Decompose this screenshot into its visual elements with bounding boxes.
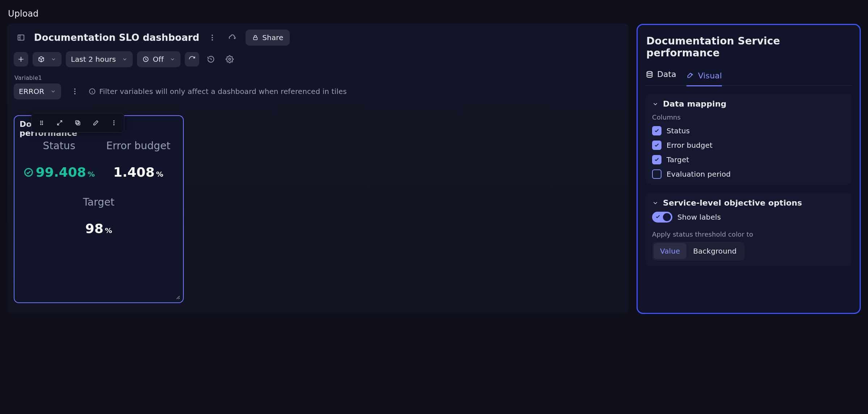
chevron-down-icon [170, 56, 175, 62]
chevron-down-icon [50, 89, 56, 94]
svg-point-7 [74, 89, 76, 90]
target-value: 98% [85, 221, 112, 236]
chevron-down-icon [652, 101, 659, 107]
history-icon[interactable] [204, 52, 218, 66]
svg-point-9 [74, 93, 76, 95]
refresh-clock-icon [142, 56, 149, 63]
columns-label: Columns [652, 113, 845, 121]
slo-options-toggle[interactable]: Service-level objective options [652, 198, 845, 207]
column-checkbox[interactable]: Evaluation period [652, 169, 845, 179]
svg-point-13 [40, 122, 41, 124]
target-label: Target [83, 196, 114, 208]
info-icon [89, 88, 96, 95]
tile-toolbar [31, 113, 124, 133]
database-icon [646, 70, 654, 78]
data-mapping-title: Data mapping [663, 99, 727, 108]
time-range-select[interactable]: Last 2 hours [66, 51, 133, 67]
error-budget-value: 1.408% [113, 165, 163, 180]
svg-point-1 [212, 35, 213, 36]
tile-more-icon[interactable] [107, 116, 121, 130]
column-label: Error budget [667, 141, 712, 150]
paint-icon [686, 72, 694, 80]
time-range-label: Last 2 hours [71, 55, 116, 64]
tab-visual[interactable]: Visual [686, 70, 722, 86]
status-ok-icon [24, 167, 34, 177]
status-label: Status [43, 140, 76, 152]
filter-note-text: Filter variables will only affect a dash… [99, 87, 347, 96]
auto-refresh-select[interactable]: Off [137, 51, 180, 67]
resize-handle-icon[interactable] [174, 293, 181, 300]
svg-point-11 [40, 121, 41, 122]
section-slo-options: Service-level objective options Show lab… [646, 193, 852, 266]
data-mapping-toggle[interactable]: Data mapping [652, 99, 845, 108]
svg-point-8 [74, 91, 76, 92]
checkbox-icon [652, 155, 661, 164]
column-checkbox[interactable]: Error budget [652, 141, 845, 150]
show-labels-label: Show labels [677, 213, 721, 221]
svg-point-19 [114, 120, 115, 121]
svg-point-14 [42, 122, 43, 124]
segment-select[interactable] [33, 52, 61, 66]
threshold-color-segmented: Value Background [652, 242, 745, 260]
svg-point-12 [42, 121, 43, 122]
share-button[interactable]: Share [246, 30, 290, 46]
segment-value[interactable]: Value [654, 243, 686, 259]
apply-threshold-label: Apply status threshold color to [652, 230, 845, 238]
dashboard-panel: Documentation SLO dashboard Share [7, 24, 629, 314]
status-value: 99.408% [24, 165, 95, 180]
column-label: Evaluation period [667, 170, 731, 178]
segment-background[interactable]: Background [686, 243, 743, 259]
error-budget-label: Error budget [106, 140, 171, 152]
tab-data-label: Data [657, 70, 676, 79]
svg-point-2 [212, 37, 213, 38]
checkbox-icon [652, 126, 661, 135]
tab-visual-label: Visual [698, 71, 722, 80]
section-data-mapping: Data mapping Columns StatusError budgetT… [646, 94, 852, 185]
dashboard-title[interactable]: Documentation SLO dashboard [34, 32, 199, 43]
share-label: Share [262, 33, 283, 42]
sidepanel-title: Documentation Service performance [646, 35, 851, 59]
variable-value: ERROR [19, 87, 44, 96]
column-label: Status [667, 126, 690, 135]
svg-point-20 [114, 122, 115, 124]
svg-point-15 [40, 124, 41, 125]
expand-icon[interactable] [52, 116, 67, 130]
more-vertical-icon[interactable] [205, 30, 220, 45]
tab-data[interactable]: Data [646, 70, 676, 82]
svg-rect-4 [254, 37, 258, 40]
chevron-down-icon [652, 200, 659, 206]
edit-pencil-icon[interactable] [89, 116, 103, 130]
column-checkbox[interactable]: Target [652, 155, 845, 164]
variable-more-icon[interactable] [68, 84, 82, 99]
variable-value-select[interactable]: ERROR [14, 83, 61, 99]
cloud-sync-icon[interactable] [225, 30, 240, 45]
filter-note: Filter variables will only affect a dash… [89, 87, 347, 96]
upload-label[interactable]: Upload [7, 7, 861, 24]
lock-icon [252, 34, 259, 41]
settings-icon[interactable] [222, 52, 237, 66]
collapse-sidebar-icon[interactable] [14, 30, 28, 45]
duplicate-icon[interactable] [71, 116, 85, 130]
variable-label: Variable1 [14, 74, 621, 81]
auto-refresh-label: Off [153, 55, 164, 64]
drag-handle-icon[interactable] [34, 116, 49, 130]
svg-point-6 [229, 58, 231, 60]
svg-point-23 [647, 71, 652, 73]
svg-point-21 [114, 124, 115, 125]
add-button[interactable] [14, 52, 28, 66]
visual-options-panel: Documentation Service performance Data V… [637, 24, 861, 314]
checkbox-icon [652, 141, 661, 150]
slo-tile[interactable]: Documentation Service performance Status… [14, 115, 184, 303]
refresh-button[interactable] [185, 52, 199, 66]
chevron-down-icon [122, 56, 128, 62]
svg-point-3 [212, 39, 213, 41]
show-labels-toggle[interactable] [652, 212, 672, 223]
checkbox-icon [652, 169, 661, 179]
chevron-down-icon [51, 56, 56, 62]
svg-point-16 [42, 124, 43, 125]
slo-options-title: Service-level objective options [663, 198, 802, 207]
column-label: Target [667, 155, 689, 164]
column-checkbox[interactable]: Status [652, 126, 845, 135]
cube-icon [38, 56, 45, 63]
